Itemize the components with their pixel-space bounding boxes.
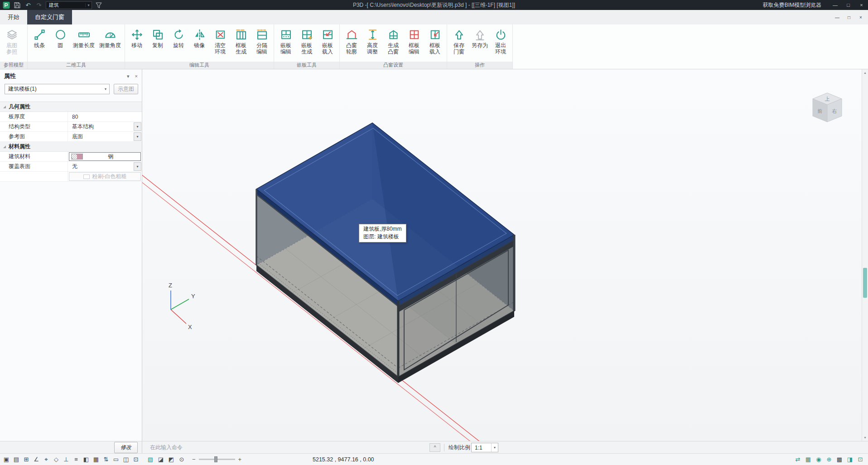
ribbon-button-line[interactable]: 线条 <box>29 25 50 62</box>
tab-custom-door-window[interactable]: 自定义门窗 <box>27 10 72 24</box>
ribbon-button-panel-generate[interactable]: 嵌板 生成 <box>296 25 317 62</box>
room-model[interactable] <box>256 123 514 383</box>
vertex-snap-icon[interactable]: ◇ <box>52 455 61 464</box>
building-material-value[interactable]: 钢 <box>68 152 142 161</box>
cover-surface-dropdown-button[interactable]: ▾ <box>134 162 141 171</box>
ribbon-button-generate-bay[interactable]: 生成 凸窗 <box>383 25 404 62</box>
section-material[interactable]: 材料属性 <box>0 142 142 152</box>
save-icon[interactable] <box>13 1 21 9</box>
3d-canvas[interactable] <box>142 69 862 441</box>
snap-settings-icon[interactable]: ⊡ <box>856 455 865 464</box>
grid-display-icon[interactable]: ▦ <box>804 455 813 464</box>
ribbon-button-frame-edit[interactable]: 框板 编辑 <box>404 25 424 62</box>
close-button[interactable]: × <box>855 0 868 10</box>
scroll-down-icon[interactable]: ▾ <box>862 436 868 440</box>
chevron-down-icon[interactable]: ▾ <box>102 84 109 94</box>
order-display-icon[interactable]: ⇅ <box>101 455 111 464</box>
add-view-icon[interactable]: ⊕ <box>825 455 834 464</box>
command-input[interactable] <box>142 441 414 453</box>
center-snap-icon[interactable]: ⌖ <box>42 455 51 464</box>
scrollbar-thumb[interactable] <box>863 268 867 298</box>
midpoint-snap-icon[interactable]: ◧ <box>82 455 91 464</box>
ribbon-button-move[interactable]: 移动 <box>126 25 147 62</box>
tab-start[interactable]: 开始 <box>0 10 27 24</box>
ribbon-button-panel-edit[interactable]: 嵌板 编辑 <box>275 25 296 62</box>
material-editor-box[interactable]: 钢 <box>69 152 141 161</box>
minimize-button[interactable]: — <box>829 0 842 10</box>
window-display-icon[interactable]: ◫ <box>121 455 130 464</box>
ribbon-button-measure-length[interactable]: 测量长度 <box>71 25 97 62</box>
modify-button[interactable]: 修改 <box>114 442 138 453</box>
ribbon-group-2d-tools: 线条 圆 测量长度 测量角度 二维工具 <box>28 24 125 69</box>
scroll-up-icon[interactable]: ▴ <box>862 71 868 75</box>
section-display-icon[interactable]: ◩ <box>167 455 176 464</box>
schematic-button[interactable]: 示意图 <box>114 84 138 94</box>
viewport-3d[interactable]: 建筑板,厚80mm 图层: 建筑楼板 Z Y X 上 前 右 ▴ ▾ <box>142 69 868 441</box>
zoom-in-icon[interactable]: + <box>238 456 242 463</box>
intersection-snap-icon[interactable]: ▦ <box>92 455 101 464</box>
sync-view-icon[interactable]: ⇄ <box>793 455 802 464</box>
perpendicular-snap-icon[interactable]: ⊥ <box>62 455 71 464</box>
plan-view-icon[interactable]: ▣ <box>2 455 11 464</box>
structure-type-dropdown-button[interactable]: ▾ <box>134 122 141 131</box>
rotate-icon <box>173 29 185 41</box>
finish-value[interactable]: 粉刷-白色粗糙 <box>68 172 142 181</box>
split-view-icon[interactable]: ◨ <box>845 455 854 464</box>
ribbon-button-base-reference[interactable]: 底图 参照 <box>1 25 22 62</box>
redo-icon[interactable]: ↷ <box>35 1 43 9</box>
cover-surface-value[interactable]: 无 ▾ <box>68 162 142 171</box>
ribbon-button-bay-outline[interactable]: 凸窗 轮廓 <box>341 25 362 62</box>
filter-icon[interactable] <box>95 1 103 9</box>
ribbon-button-divide-edit[interactable]: 分隔 编辑 <box>251 25 272 62</box>
angle-snap-icon[interactable]: ∠ <box>32 455 41 464</box>
wall-display-icon[interactable]: ▤ <box>12 455 21 464</box>
ribbon-button-panel-load[interactable]: 嵌板 载入 <box>317 25 338 62</box>
panel-close-icon[interactable]: × <box>135 73 138 79</box>
ribbon-button-mirror[interactable]: 镜像 <box>189 25 210 62</box>
collapse-command-button[interactable]: ^ <box>429 443 440 452</box>
reference-face-dropdown-button[interactable]: ▾ <box>134 132 141 141</box>
ribbon-button-rotate[interactable]: 旋转 <box>168 25 189 62</box>
grid-snap-icon[interactable]: ⊞ <box>22 455 31 464</box>
focus-icon[interactable]: ⊙ <box>177 455 186 464</box>
zoom-slider-thumb[interactable] <box>214 456 217 462</box>
ribbon-button-frame-generate[interactable]: 框板 生成 <box>231 25 251 62</box>
vertical-scrollbar[interactable]: ▴ ▾ <box>862 69 868 441</box>
ribbon-button-measure-angle[interactable]: 测量角度 <box>97 25 123 62</box>
doc-minimize-button[interactable]: — <box>831 12 843 22</box>
visual-style-icon[interactable]: ▧ <box>146 455 155 464</box>
ribbon-button-clear-environment[interactable]: 清空 环境 <box>210 25 231 62</box>
ribbon-button-exit-environment[interactable]: 退出 环境 <box>490 25 511 62</box>
doc-restore-button[interactable]: □ <box>843 12 855 22</box>
view-cube[interactable]: 上 前 右 <box>807 90 847 129</box>
structure-type-value[interactable]: 基本结构 ▾ <box>68 122 142 131</box>
ribbon-button-copy[interactable]: 复制 <box>147 25 168 62</box>
parallel-snap-icon[interactable]: ≡ <box>72 455 81 464</box>
shadow-display-icon[interactable]: ◪ <box>156 455 165 464</box>
footprint-display-icon[interactable]: ▭ <box>111 455 121 464</box>
zoom-slider[interactable] <box>199 459 235 460</box>
thickness-value[interactable]: 80 <box>68 112 142 121</box>
bim-browser-link[interactable]: 获取免费BIM模型浏览器 <box>763 1 821 9</box>
draw-scale-combo[interactable]: 1:1 ▾ <box>471 443 498 452</box>
hatch-display-icon[interactable]: ▩ <box>835 455 844 464</box>
chevron-down-icon[interactable]: ▾ <box>491 443 498 452</box>
maximize-button[interactable]: □ <box>842 0 855 10</box>
chevron-down-icon[interactable]: ▾ <box>85 3 92 7</box>
section-geometry[interactable]: 几何属性 <box>0 102 142 112</box>
doc-close-button[interactable]: × <box>855 12 867 22</box>
ribbon-button-save-door-window[interactable]: 保存 门窗 <box>448 25 469 62</box>
ribbon-button-save-as[interactable]: 另存为 <box>469 25 490 62</box>
ribbon-button-height-adjust[interactable]: 高度 调整 <box>362 25 383 62</box>
reference-face-value[interactable]: 底面 ▾ <box>68 132 142 141</box>
ribbon-button-circle[interactable]: 圆 <box>50 25 71 62</box>
extension-display-icon[interactable]: ⊡ <box>131 455 140 464</box>
element-selector-combo[interactable]: 建筑楼板(1) ▾ <box>5 84 110 94</box>
orbit-icon[interactable]: ◉ <box>814 455 823 464</box>
undo-icon[interactable]: ↶ <box>24 1 32 9</box>
bay-outline-icon <box>346 29 358 41</box>
ribbon-button-frame-load[interactable]: 框板 载入 <box>424 25 445 62</box>
panel-collapse-icon[interactable]: ▾ <box>127 73 130 79</box>
category-combo[interactable]: 建筑 ▾ <box>46 1 92 9</box>
zoom-out-icon[interactable]: − <box>192 456 196 463</box>
